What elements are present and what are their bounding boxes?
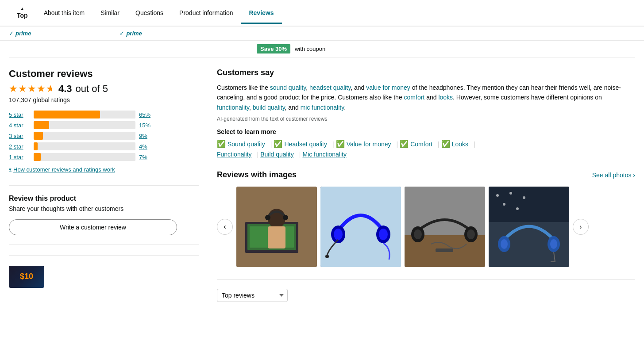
review-image-1-svg [236, 187, 317, 267]
topic-headset-quality[interactable]: ✅ Headset quality [274, 140, 327, 148]
coupon-bar: Save 30% with coupon [0, 41, 644, 57]
link-comfort[interactable]: comfort [404, 94, 425, 101]
svg-point-17 [414, 229, 422, 239]
bar-fill-4 [34, 121, 49, 129]
review-image-1[interactable] [236, 187, 317, 267]
select-learn-label: Select to learn more [217, 128, 635, 135]
bar-pct-2[interactable]: 4% [139, 143, 155, 150]
coupon-suffix: with coupon [295, 46, 325, 52]
topic-comfort[interactable]: ✅ Comfort [400, 140, 432, 148]
review-image-4-svg [489, 187, 569, 267]
star-5-half: ★ [46, 83, 55, 95]
topic-value-money[interactable]: ✅ Value for money [336, 140, 391, 148]
nav-item-reviews[interactable]: Reviews [241, 3, 282, 24]
link-looks[interactable]: looks [438, 94, 453, 101]
bar-track-1 [34, 153, 135, 161]
nav-item-similar[interactable]: Similar [93, 3, 127, 24]
link-functionality[interactable]: functionality [217, 104, 249, 111]
divider-2: | [332, 141, 334, 148]
top-reviews-section: Top reviews Most recent Top critical [217, 279, 635, 302]
topic-label-comfort: Comfort [410, 141, 432, 148]
how-ratings-text: How customer reviews and ratings work [13, 166, 115, 173]
star-bar-row-4: 4 star 15% [9, 121, 199, 129]
divider-5: | [474, 141, 475, 148]
gift-card-preview: $10 [9, 255, 199, 290]
star-bar-label-5[interactable]: 5 star [9, 111, 30, 118]
svg-point-24 [509, 192, 512, 195]
rating-number: 4.3 [58, 83, 72, 95]
link-value-money[interactable]: value for money [366, 84, 410, 91]
svg-rect-5 [268, 226, 285, 248]
svg-rect-20 [436, 248, 453, 252]
svg-point-26 [503, 203, 505, 206]
link-build-quality[interactable]: build quality [253, 104, 285, 111]
star-bar-label-3[interactable]: 3 star [9, 133, 30, 139]
link-sound-quality[interactable]: sound quality [270, 84, 306, 91]
right-panel: Customers say Customers like the sound q… [217, 68, 635, 302]
divider-4: | [438, 141, 440, 148]
star-bar-label-1[interactable]: 1 star [9, 154, 30, 160]
nav-top-label: Top [17, 12, 28, 19]
bar-pct-5[interactable]: 65% [139, 111, 155, 118]
prime-text-1: prime [15, 30, 31, 37]
star-bar-row-2: 2 star 4% [9, 142, 199, 150]
topic-build-quality[interactable]: Build quality [260, 151, 294, 158]
nav-item-product-info[interactable]: Product information [171, 3, 241, 24]
star-bar-label-4[interactable]: 4 star [9, 122, 30, 129]
review-product-title: Review this product [9, 195, 199, 203]
topic-row-2: Functionality | Build quality | Mic func… [217, 151, 635, 158]
topic-mic-functionality[interactable]: Mic functionality [302, 151, 347, 158]
bar-fill-1 [34, 153, 41, 161]
svg-rect-8 [320, 187, 401, 267]
svg-point-16 [411, 226, 424, 242]
chevron-up-icon: ▲ [20, 6, 24, 11]
topic-label-mic: Mic functionality [302, 151, 347, 158]
link-mic-functionality[interactable]: mic functionality [301, 104, 344, 111]
topic-label-value: Value for money [347, 141, 391, 148]
svg-rect-14 [405, 187, 485, 267]
svg-point-27 [516, 207, 519, 210]
customer-reviews-title: Customer reviews [9, 68, 199, 80]
top-reviews-dropdown[interactable]: Top reviews Most recent Top critical [217, 289, 288, 302]
write-review-button[interactable]: Write a customer review [9, 219, 177, 235]
topic-sound-quality[interactable]: ✅ Sound quality [217, 140, 265, 148]
star-bar-row-5: 5 star 65% [9, 111, 199, 118]
review-image-2[interactable] [320, 187, 401, 267]
star-bars: 5 star 65% 4 star 15% 3 star 9% [9, 111, 199, 161]
nav-item-about[interactable]: About this item [36, 3, 93, 24]
topic-looks[interactable]: ✅ Looks [441, 140, 468, 148]
svg-point-25 [523, 196, 525, 199]
how-ratings-link[interactable]: ▾ How customer reviews and ratings work [9, 166, 199, 173]
see-all-photos-link[interactable]: See all photos › [592, 172, 635, 179]
nav-item-questions[interactable]: Questions [127, 3, 171, 24]
nav-about-label: About this item [44, 9, 85, 16]
carousel-next-button[interactable]: › [573, 219, 589, 235]
svg-point-4 [268, 209, 285, 228]
prime-badge-2: ✓ prime [120, 30, 142, 37]
review-image-3-svg [405, 187, 485, 267]
divider-1: | [270, 141, 272, 148]
review-image-4[interactable] [489, 187, 569, 267]
svg-point-28 [498, 236, 510, 252]
prime-check-icon-2: ✓ [120, 30, 124, 37]
check-icon-sound: ✅ [217, 140, 226, 148]
bar-pct-1[interactable]: 7% [139, 154, 155, 160]
nav-item-top[interactable]: ▲ Top [9, 0, 36, 27]
coupon-badge: Save 30% [257, 44, 290, 53]
bar-track-5 [34, 111, 135, 118]
svg-point-18 [464, 226, 478, 242]
nav-reviews-label: Reviews [249, 9, 274, 16]
svg-rect-0 [236, 187, 317, 267]
svg-point-29 [501, 239, 508, 249]
star-bar-label-2[interactable]: 2 star [9, 143, 30, 150]
star-bar-row-3: 3 star 9% [9, 132, 199, 140]
bar-pct-3[interactable]: 9% [139, 133, 155, 139]
carousel-prev-button[interactable]: ‹ [217, 219, 233, 235]
bar-pct-4[interactable]: 15% [139, 122, 155, 129]
link-headset-quality[interactable]: headset quality [309, 84, 351, 91]
topic-functionality[interactable]: Functionality [217, 151, 252, 158]
svg-point-19 [467, 229, 475, 239]
topic-label-looks: Looks [452, 141, 468, 148]
review-image-3[interactable] [405, 187, 485, 267]
nav-product-info-label: Product information [179, 9, 233, 16]
